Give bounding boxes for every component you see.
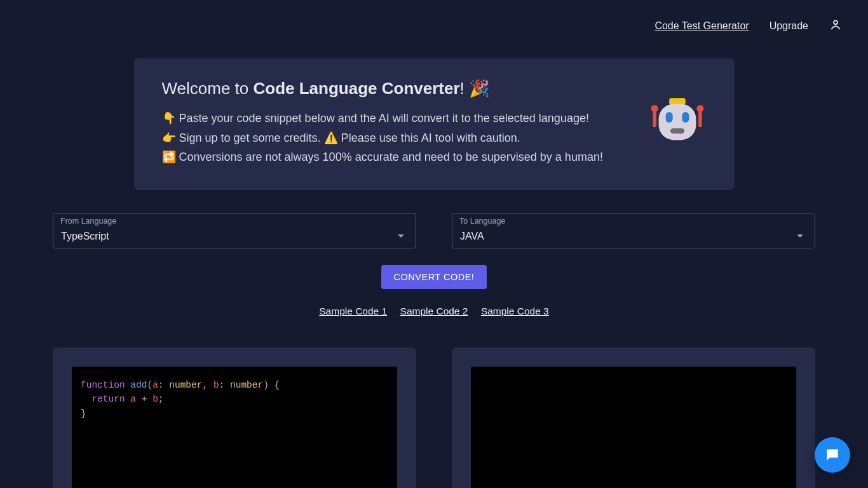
chevron-down-icon xyxy=(398,234,404,238)
sample-code-2-link[interactable]: Sample Code 2 xyxy=(400,306,468,316)
svg-rect-3 xyxy=(698,110,702,128)
output-code-viewer[interactable] xyxy=(471,367,796,488)
source-code-card: function add(a: number, b: number) { ret… xyxy=(53,348,416,488)
svg-rect-8 xyxy=(682,112,689,123)
to-language-value: JAVA xyxy=(460,231,484,242)
welcome-card: Welcome to Code Language Converter! 🎉 👇 … xyxy=(134,58,735,190)
from-language-label: From Language xyxy=(60,217,116,226)
svg-rect-7 xyxy=(665,112,672,123)
sample-code-3-link[interactable]: Sample Code 3 xyxy=(481,306,549,316)
source-code-editor[interactable]: function add(a: number, b: number) { ret… xyxy=(72,367,397,488)
nav-link-code-test-generator[interactable]: Code Test Generator xyxy=(654,20,749,32)
output-code-card xyxy=(452,348,815,488)
top-nav: Code Test Generator Upgrade xyxy=(0,0,868,34)
svg-rect-9 xyxy=(670,128,684,133)
chevron-down-icon xyxy=(797,234,803,238)
welcome-title: Welcome to Code Language Converter! 🎉 xyxy=(162,79,603,98)
to-language-label: To Language xyxy=(459,217,505,226)
welcome-line-2: 👉 Sign up to get some credits. ⚠️ Please… xyxy=(162,128,603,148)
from-language-select[interactable]: From Language TypeScript xyxy=(53,213,416,248)
welcome-line-3: 🔁 Conversions are not always 100% accura… xyxy=(162,147,603,167)
convert-code-button[interactable]: CONVERT CODE! xyxy=(381,265,487,289)
from-language-value: TypeScript xyxy=(61,231,109,242)
chat-widget-button[interactable] xyxy=(815,437,850,473)
profile-icon[interactable] xyxy=(829,18,843,34)
robot-icon xyxy=(648,92,707,153)
welcome-line-1: 👇 Paste your code snippet below and the … xyxy=(162,109,603,128)
svg-point-4 xyxy=(696,105,703,112)
sample-links-row: Sample Code 1 Sample Code 2 Sample Code … xyxy=(53,306,815,317)
svg-point-0 xyxy=(834,20,837,24)
to-language-select[interactable]: To Language JAVA xyxy=(452,213,815,248)
svg-rect-1 xyxy=(653,110,656,128)
svg-rect-6 xyxy=(658,104,696,140)
svg-point-2 xyxy=(651,105,658,112)
sample-code-1-link[interactable]: Sample Code 1 xyxy=(319,306,387,316)
nav-link-upgrade[interactable]: Upgrade xyxy=(770,20,808,32)
